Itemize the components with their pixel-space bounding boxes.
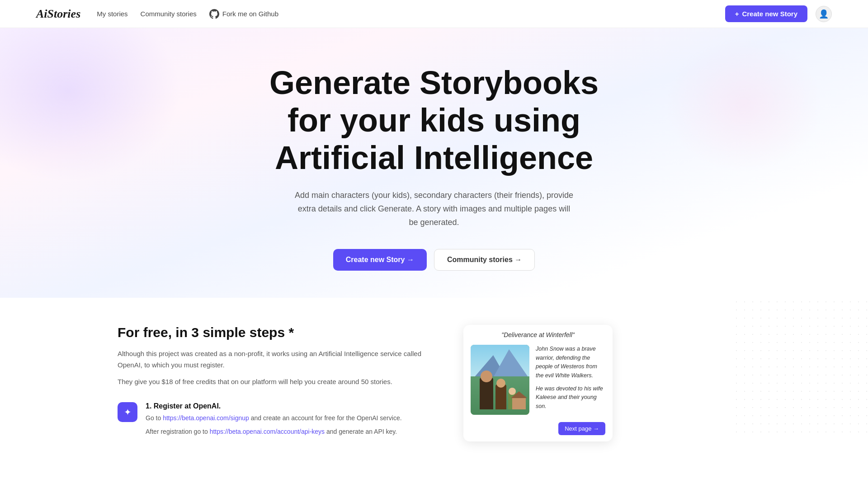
steps-heading: For free, in 3 simple steps * <box>118 325 425 340</box>
navbar-create-story-button[interactable]: + Create new Story <box>725 5 807 22</box>
story-image <box>471 345 529 415</box>
step-1-content: 1. Register at OpenAI. Go to https://bet… <box>146 402 402 437</box>
navbar: AiStories My stories Community stories F… <box>0 0 868 28</box>
hero-section: Generate Storybooks for your kids using … <box>0 28 868 298</box>
scene-house-roof <box>511 391 527 398</box>
story-card-body: John Snow was a brave warrior, defending… <box>463 342 613 422</box>
step-1-text-api: After registration go to https://beta.op… <box>146 427 402 436</box>
scene-character2-body <box>495 385 506 409</box>
scene-character1-body <box>480 378 493 409</box>
dots-decoration <box>732 298 868 433</box>
step-1-title: 1. Register at OpenAI. <box>146 402 402 410</box>
steps-desc2: They give you $18 of free credits that o… <box>118 376 425 388</box>
nav-my-stories[interactable]: My stories <box>97 10 127 18</box>
navbar-create-story-label: Create new Story <box>742 10 797 18</box>
story-text-p2: He was devoted to his wife Kaleese and t… <box>536 385 605 411</box>
scene-house <box>512 398 526 409</box>
nav-github[interactable]: Fork me on Github <box>209 9 278 19</box>
github-icon <box>209 9 219 19</box>
content-section: For free, in 3 simple steps * Although t… <box>0 298 868 469</box>
user-icon: 👤 <box>819 9 829 19</box>
story-card-title: "Deliverance at Winterfell" <box>463 325 613 342</box>
next-page-button[interactable]: Next page → <box>558 422 605 435</box>
hero-buttons: Create new Story → Community stories → <box>18 249 850 271</box>
story-card: "Deliverance at Winterfell" <box>463 325 613 441</box>
sparkle-icon: ✦ <box>124 407 132 418</box>
step-1-icon-box: ✦ <box>118 402 137 422</box>
navbar-right: + Create new Story 👤 <box>725 5 832 22</box>
hero-title: Generate Storybooks for your kids using … <box>262 64 606 176</box>
story-text-p1: John Snow was a brave warrior, defending… <box>536 345 605 380</box>
steps-desc1: Although this project was created as a n… <box>118 348 425 371</box>
step-1-text4: and generate an API key. <box>325 428 397 435</box>
hero-create-story-button[interactable]: Create new Story → <box>333 249 427 271</box>
step-1: ✦ 1. Register at OpenAI. Go to https://b… <box>118 402 425 437</box>
story-scene <box>471 345 529 415</box>
step-1-text1: Go to <box>146 414 163 422</box>
story-card-text: John Snow was a brave warrior, defending… <box>536 345 605 411</box>
steps-column: For free, in 3 simple steps * Although t… <box>118 325 425 436</box>
step-1-text: Go to https://beta.openai.com/signup and… <box>146 413 402 423</box>
step-1-text3: After registration go to <box>146 428 210 435</box>
hero-community-stories-button[interactable]: Community stories → <box>434 249 535 271</box>
nav-community-stories[interactable]: Community stories <box>141 10 197 18</box>
openai-apikeys-link[interactable]: https://beta.openai.com/account/api-keys <box>210 428 325 435</box>
story-preview-column: "Deliverance at Winterfell" <box>461 325 615 441</box>
github-link-label: Fork me on Github <box>222 10 278 18</box>
navbar-left: AiStories My stories Community stories F… <box>36 7 278 21</box>
step-1-text2: and create an account for free for the O… <box>249 414 402 422</box>
nav-links: My stories Community stories Fork me on … <box>97 9 278 19</box>
navbar-create-story-plus: + <box>735 10 739 18</box>
story-card-footer: Next page → <box>463 422 613 441</box>
openai-signup-link[interactable]: https://beta.openai.com/signup <box>163 414 249 422</box>
brand-logo[interactable]: AiStories <box>36 7 80 21</box>
user-menu-button[interactable]: 👤 <box>816 6 832 22</box>
hero-subtitle: Add main characters (your kids), seconda… <box>294 189 574 229</box>
